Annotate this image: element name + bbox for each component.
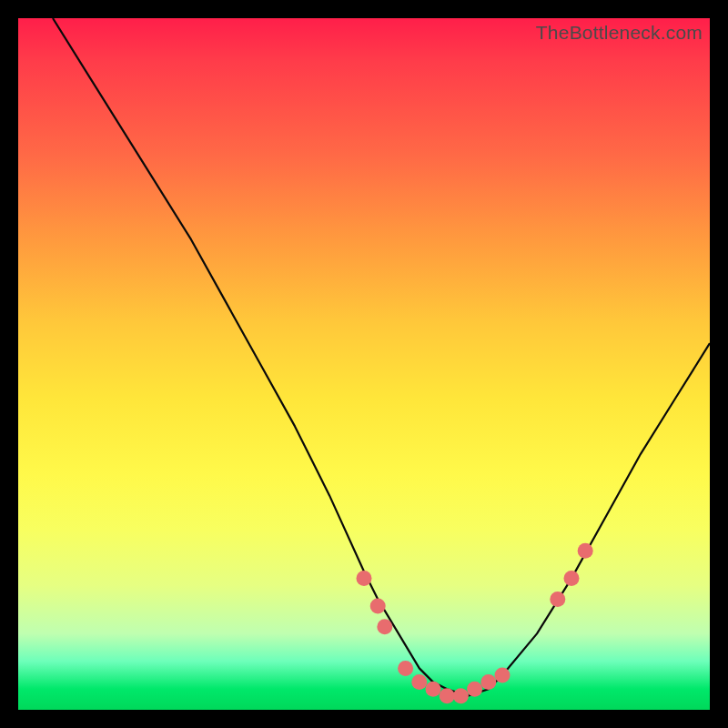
background-gradient bbox=[18, 18, 710, 710]
plot-area: TheBottleneck.com bbox=[18, 18, 710, 710]
chart-frame: TheBottleneck.com bbox=[18, 18, 710, 710]
